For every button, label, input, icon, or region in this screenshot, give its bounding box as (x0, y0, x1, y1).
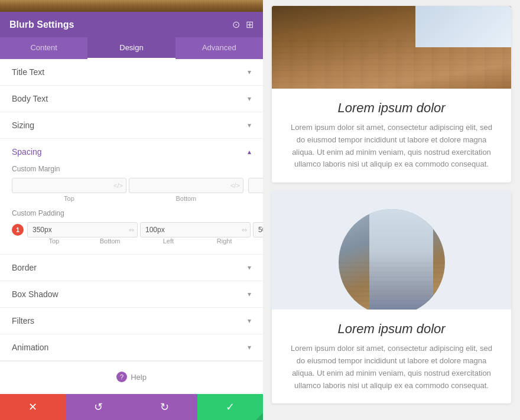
accordion-border-label: Border (12, 263, 37, 272)
accordion-box-shadow-label: Box Shadow (12, 289, 58, 299)
accordion-spacing-label: Spacing (12, 147, 42, 157)
redo-button[interactable]: ↻ (132, 394, 197, 420)
margin-bottom-input-wrapper: </> (129, 178, 243, 193)
margin-grid: </> Top </> Bottom (12, 178, 251, 202)
building-image-1 (272, 6, 511, 89)
tab-content[interactable]: Content (0, 37, 87, 59)
padding-indicator-badge: 1 (12, 224, 24, 236)
card-1-image (272, 6, 511, 89)
padding-bottom-input[interactable] (141, 223, 239, 237)
margin-bottom-label: Bottom (176, 195, 196, 202)
card-2-text: Lorem ipsum dolor sit amet, consectetur … (287, 343, 496, 392)
chevron-down-icon-body: ▾ (248, 95, 251, 103)
card-1-body: Lorem ipsum dolor Lorem ipsum dolor sit … (272, 89, 511, 183)
settings-circle-icon[interactable]: ⊙ (232, 19, 240, 30)
chevron-down-icon-filters: ▾ (248, 317, 251, 325)
margin-bottom-input[interactable] (129, 178, 228, 193)
link-icon-margin-bottom[interactable]: </> (228, 182, 243, 189)
padding-bottom-label: Bottom (83, 237, 137, 245)
chevron-down-icon: ▾ (248, 68, 251, 76)
panel-header: Blurb Settings ⊙ ⊞ (0, 12, 263, 37)
help-section: ? Help (0, 361, 263, 392)
padding-top-input[interactable] (28, 223, 126, 237)
margin-left-right-group: </> Left </> Right (248, 178, 263, 202)
padding-left-input-wrapper: ⇔ (253, 222, 263, 237)
accordion-body-text-header[interactable]: Body Text ▾ (0, 86, 263, 112)
card-1-text: Lorem ipsum dolor sit amet, consectetur … (287, 122, 496, 171)
accordion-animation: Animation ▾ (0, 334, 263, 361)
accordion-border: Border ▾ (0, 255, 263, 281)
link-icon-margin-top[interactable]: </> (110, 182, 126, 189)
accordion-sizing-header[interactable]: Sizing ▾ (0, 112, 263, 138)
margin-top-bottom-group: </> Top </> Bottom (12, 178, 243, 202)
accordion-animation-header[interactable]: Animation ▾ (0, 334, 263, 360)
accordion-sizing-label: Sizing (12, 121, 34, 130)
padding-labels-row: Top Bottom Left Right (27, 237, 251, 245)
padding-left-input[interactable] (254, 223, 263, 237)
accordion-filters-header[interactable]: Filters ▾ (0, 308, 263, 334)
padding-top-group: ⇔ (27, 222, 138, 237)
margin-bottom-group: </> Bottom (129, 178, 243, 202)
chevron-down-icon-boxshadow: ▾ (248, 290, 251, 298)
custom-margin-label: Custom Margin (12, 165, 251, 173)
card-2-body: Lorem ipsum dolor Lorem ipsum dolor sit … (272, 310, 511, 403)
chevron-down-icon-sizing: ▾ (248, 121, 251, 129)
cancel-button[interactable]: ✕ (0, 394, 66, 420)
chevron-down-icon-animation: ▾ (248, 343, 251, 351)
padding-top-label: Top (27, 237, 81, 245)
card-1-title: Lorem ipsum dolor (287, 100, 496, 116)
padding-bottom-input-wrapper: ⇔ (140, 222, 251, 237)
margin-top-input[interactable] (12, 178, 110, 193)
chevron-up-icon-spacing: ▴ (248, 148, 251, 156)
card-2-image-container (272, 191, 511, 310)
accordion-title-text-header[interactable]: Title Text ▾ (0, 59, 263, 85)
card-2-title: Lorem ipsum dolor (287, 321, 496, 337)
tab-design[interactable]: Design (87, 37, 175, 59)
expand-icon[interactable]: ⊞ (246, 19, 254, 30)
padding-row: 1 ⇔ ⇔ (12, 222, 251, 237)
help-label: Help (131, 373, 147, 382)
save-button[interactable]: ✓ (197, 394, 263, 420)
accordion-box-shadow-header[interactable]: Box Shadow ▾ (0, 281, 263, 307)
panel-title: Blurb Settings (9, 19, 74, 30)
preview-card-1: Lorem ipsum dolor Lorem ipsum dolor sit … (272, 6, 511, 183)
sky-image-1 (415, 6, 511, 47)
chevron-down-icon-border: ▾ (248, 263, 251, 272)
card-2-circle-clip (339, 209, 445, 310)
link-icon-padding-bottom[interactable]: ⇔ (239, 226, 250, 234)
preview-card-2: Lorem ipsum dolor Lorem ipsum dolor sit … (272, 191, 511, 403)
accordion-filters-label: Filters (12, 316, 34, 325)
margin-top-input-wrapper: </> (12, 178, 126, 193)
padding-left-group: ⇔ (253, 222, 263, 237)
margin-left-group: </> Left (248, 178, 263, 202)
margin-top-group: </> Top (12, 178, 126, 202)
settings-panel: Blurb Settings ⊙ ⊞ Content Design Advanc… (0, 0, 263, 420)
top-image-strip (0, 0, 263, 12)
accordion-sizing: Sizing ▾ (0, 112, 263, 139)
accordion-border-header[interactable]: Border ▾ (0, 255, 263, 281)
panel-header-icons: ⊙ ⊞ (232, 19, 254, 30)
padding-bottom-group: ⇔ (140, 222, 251, 237)
accordion-box-shadow: Box Shadow ▾ (0, 281, 263, 308)
padding-top-bottom-group: ⇔ ⇔ (27, 222, 251, 237)
tab-advanced[interactable]: Advanced (176, 37, 263, 59)
accordion-filters: Filters ▾ (0, 308, 263, 334)
help-button[interactable]: ? Help (116, 372, 147, 382)
panel-footer: ✕ ↺ ↻ ✓ (0, 394, 263, 420)
accordion-title-text: Title Text ▾ (0, 59, 263, 86)
margin-left-input-wrapper: </> (248, 178, 263, 193)
preview-panel: Lorem ipsum dolor Lorem ipsum dolor sit … (263, 0, 520, 420)
panel-tabs: Content Design Advanced (0, 37, 263, 59)
help-circle-icon: ? (116, 372, 127, 382)
padding-left-right-group: ⇔ (253, 222, 263, 237)
accordion-title-text-label: Title Text (12, 67, 44, 77)
link-icon-padding-top[interactable]: ⇔ (126, 226, 137, 234)
blurb-settings: Blurb Settings ⊙ ⊞ Content Design Advanc… (0, 12, 263, 420)
margin-left-input[interactable] (249, 178, 263, 193)
accordion-body-text-label: Body Text (12, 94, 48, 103)
accordion-body-text: Body Text ▾ (0, 86, 263, 112)
padding-left-label: Left (142, 237, 196, 245)
undo-button[interactable]: ↺ (66, 394, 131, 420)
margin-top-label: Top (64, 195, 74, 202)
accordion-spacing-header[interactable]: Spacing ▴ (0, 139, 263, 165)
